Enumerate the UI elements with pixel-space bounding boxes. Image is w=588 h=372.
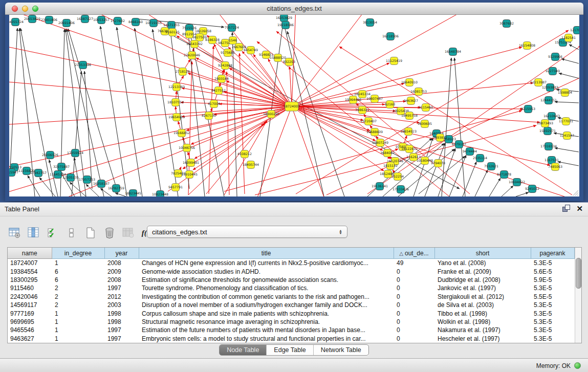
table-cell-pagerank[interactable]: 5.3E-5	[531, 335, 574, 343]
network-node[interactable]: 10694822	[509, 179, 525, 186]
network-node[interactable]: 1527602	[111, 17, 125, 25]
network-node[interactable]: 23901806	[41, 16, 57, 24]
network-node[interactable]: 18107554	[167, 99, 184, 106]
table-cell-year[interactable]: 2009	[104, 267, 139, 275]
table-cell-pagerank[interactable]: 5.6E-5	[531, 267, 574, 275]
network-node[interactable]: 6479197	[452, 141, 466, 148]
table-row[interactable]: 1830029562008Estimation of significance …	[8, 276, 574, 284]
table-cell-name[interactable]: 9465546	[8, 326, 52, 334]
delete-table-icon[interactable]	[103, 226, 116, 239]
table-cell-short[interactable]: Hescheler et al. (1997)	[434, 335, 531, 343]
network-node[interactable]: 10873493	[537, 120, 553, 127]
table-selector-dropdown[interactable]: citations_edges.txt ▲▼	[147, 226, 347, 238]
network-node[interactable]: 3813054	[363, 19, 377, 27]
network-node[interactable]: 9474444	[463, 148, 477, 156]
table-cell-name[interactable]: 9463627	[8, 335, 52, 343]
network-node[interactable]: 8215953	[521, 105, 535, 113]
table-cell-year[interactable]: 1998	[104, 318, 139, 326]
table-row[interactable]: 1872400712008Changes of HCN gene express…	[8, 259, 574, 268]
float-panel-icon[interactable]	[562, 205, 570, 212]
network-node[interactable]: 19136141	[372, 183, 388, 190]
table-cell-name[interactable]: 18724007	[8, 259, 52, 268]
table-cell-name[interactable]: 18300295	[8, 276, 52, 284]
table-cell-out_degree[interactable]: 49	[394, 259, 434, 268]
canvas-resize-grip[interactable]	[572, 189, 579, 196]
network-node[interactable]: 4108212	[237, 150, 252, 158]
table-row[interactable]: 911546021997Tourette syndrome. Phenomeno…	[8, 284, 574, 292]
network-node[interactable]: 15692971	[539, 127, 556, 135]
column-chooser-icon[interactable]	[27, 226, 40, 239]
network-node[interactable]: 417004	[208, 100, 220, 108]
table-cell-title[interactable]: Corpus callosum shape and size in male p…	[139, 309, 394, 317]
minimize-window-button[interactable]	[22, 6, 28, 12]
column-header-out_degree[interactable]: △out_de...	[394, 248, 434, 259]
memory-indicator[interactable]	[574, 362, 581, 369]
tab-node-table[interactable]: Node Table	[220, 345, 266, 355]
network-node[interactable]: 9129966	[548, 53, 562, 61]
network-node[interactable]: 16218506	[382, 33, 399, 40]
table-cell-in_degree[interactable]: 1	[52, 318, 104, 326]
network-node[interactable]: 1241547	[560, 132, 574, 140]
table-cell-title[interactable]: Embryonic stem cells: a model to study s…	[139, 335, 394, 343]
network-node[interactable]: 17016534	[540, 143, 557, 150]
network-node[interactable]: 8267130	[202, 112, 216, 120]
network-node[interactable]: 9457791	[168, 184, 183, 191]
new-table-icon[interactable]	[84, 226, 97, 239]
network-node[interactable]: 2935114	[473, 155, 487, 162]
table-cell-out_degree[interactable]: 0	[394, 335, 434, 343]
table-cell-out_degree[interactable]: 0	[394, 301, 434, 309]
network-node[interactable]: 20653829	[24, 15, 40, 23]
network-node[interactable]: 1217054	[570, 27, 579, 34]
network-node[interactable]: 10688609	[366, 128, 383, 136]
network-node[interactable]: 16099481	[183, 159, 199, 167]
table-row[interactable]: 946554611997Estimation of the future num…	[8, 326, 574, 334]
network-node[interactable]: 19218586	[277, 21, 294, 29]
network-node[interactable]: 20691406	[58, 19, 75, 27]
network-node[interactable]: 18823445	[125, 190, 141, 197]
table-row[interactable]: 946362711997Embryonic stem cells: a mode…	[8, 335, 574, 343]
zoom-window-button[interactable]	[32, 6, 38, 12]
table-cell-short[interactable]: Dudbridge et al. (2008)	[434, 276, 531, 284]
column-header-pagerank[interactable]: pagerank	[531, 248, 574, 259]
column-header-in_degree[interactable]: in_degree	[52, 248, 104, 259]
table-cell-name[interactable]: 22420046	[8, 293, 52, 301]
table-cell-name[interactable]: 9699695	[8, 318, 52, 326]
network-node[interactable]: 7957224	[225, 24, 239, 32]
network-node[interactable]: 16154808	[519, 42, 535, 50]
table-cell-in_degree[interactable]: 6	[52, 267, 104, 275]
table-cell-year[interactable]: 2003	[104, 301, 139, 309]
hub-node[interactable]: 18724007	[284, 102, 300, 111]
network-node[interactable]: 16081753	[410, 88, 427, 96]
table-cell-year[interactable]: 1997	[104, 284, 139, 292]
network-node[interactable]: 15720407	[360, 118, 377, 125]
network-node[interactable]: 16782759	[108, 185, 124, 192]
table-cell-out_degree[interactable]: 0	[394, 326, 434, 334]
table-row[interactable]: 969969511998Structural magnetic resonanc…	[8, 318, 574, 326]
table-cell-short[interactable]: Tibbo et al. (1998)	[434, 309, 531, 317]
table-cell-short[interactable]: Wolkin et al. (1998)	[434, 318, 531, 326]
column-header-title[interactable]: title	[139, 248, 394, 259]
network-node[interactable]: 10823448	[152, 191, 168, 197]
table-cell-year[interactable]: 1997	[104, 335, 139, 343]
table-cell-name[interactable]: 19384554	[8, 267, 52, 275]
table-cell-title[interactable]: Genome-wide association studies in ADHD.	[139, 267, 394, 275]
network-node[interactable]: 2718126	[176, 68, 190, 76]
network-node[interactable]: 21053346	[75, 61, 91, 69]
table-cell-out_degree[interactable]: 0	[394, 284, 434, 292]
table-cell-pagerank[interactable]: 5.3E-5	[531, 326, 574, 334]
network-node[interactable]: 7932621	[484, 163, 498, 170]
network-node[interactable]: 12213987	[530, 79, 547, 86]
table-cell-in_degree[interactable]: 1	[52, 309, 104, 317]
scrollbar-thumb[interactable]	[576, 258, 581, 289]
table-cell-short[interactable]: Yano et al. (2008)	[434, 259, 531, 268]
network-node[interactable]: 16640910	[401, 79, 418, 86]
table-cell-year[interactable]: 2008	[104, 276, 139, 284]
table-cell-out_degree[interactable]: 0	[394, 318, 434, 326]
table-cell-title[interactable]: Investigating the contribution of common…	[139, 293, 394, 301]
network-node[interactable]: 1546	[229, 37, 237, 45]
network-node[interactable]: 16210643	[543, 113, 560, 120]
table-cell-short[interactable]: Franke et al. (2009)	[434, 267, 531, 275]
network-node[interactable]: 10807487	[366, 95, 383, 103]
network-node[interactable]: 12213383	[168, 83, 185, 91]
network-node[interactable]: 8186328	[205, 36, 220, 44]
